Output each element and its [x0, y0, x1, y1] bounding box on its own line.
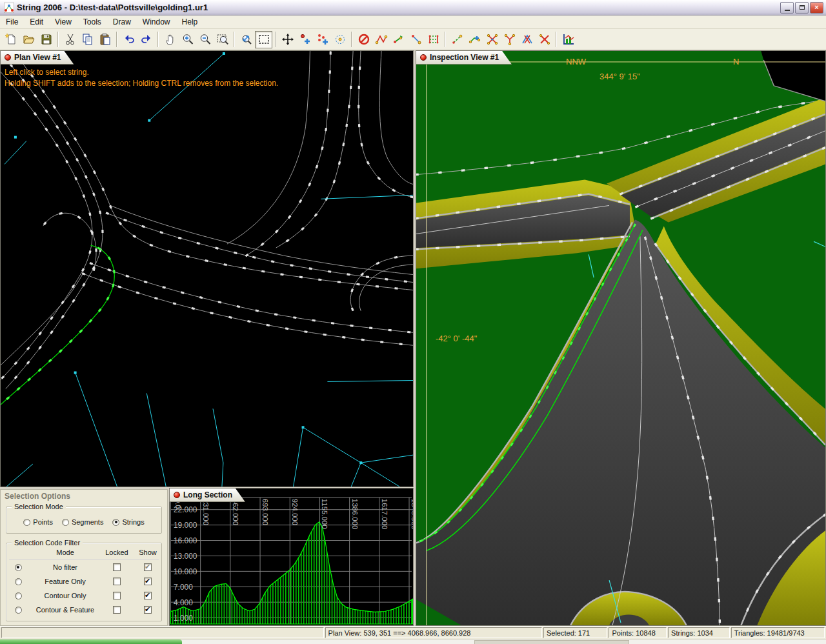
- save-file-button[interactable]: [37, 31, 55, 48]
- restore-button[interactable]: [795, 2, 809, 14]
- long-section-pane[interactable]: 1.0004.0007.00010.00013.00016.00019.0002…: [169, 488, 414, 626]
- show-checkbox-contour-only[interactable]: [144, 592, 152, 599]
- show-checkbox-no-filter[interactable]: [144, 563, 152, 571]
- y-tick-label: 1.000: [174, 614, 193, 623]
- radio-points[interactable]: [23, 519, 30, 526]
- menu-view[interactable]: View: [49, 16, 77, 28]
- filter-radio-contour-only[interactable]: [15, 592, 22, 599]
- menu-bar: FileEditViewToolsDrawWindowHelp: [0, 15, 826, 29]
- cross-strings-button[interactable]: [518, 31, 536, 48]
- toolbar-separator: [445, 32, 446, 47]
- locked-checkbox-contour-only[interactable]: [113, 592, 121, 599]
- new-file-button[interactable]: [3, 31, 20, 48]
- inspection-view-pane[interactable]: Inspection View #1 NNW N 344° 9' 15" -42…: [416, 50, 826, 626]
- radio-strings[interactable]: [112, 519, 119, 526]
- string-direction-button[interactable]: [390, 31, 407, 48]
- redo-button[interactable]: [137, 31, 155, 48]
- copy-button[interactable]: [79, 31, 96, 48]
- locked-checkbox-contour-feature[interactable]: [113, 606, 121, 614]
- plan-view-canvas[interactable]: [1, 51, 413, 487]
- selection-code-filter-group: Selection Code Filter Mode Locked Show N…: [6, 543, 162, 621]
- view-led-icon: [5, 54, 11, 61]
- cut-button[interactable]: [61, 31, 79, 48]
- locked-checkbox-feature-only[interactable]: [113, 578, 121, 585]
- y-tick-label: 16.000: [174, 536, 197, 545]
- no-snap-icon: [358, 33, 370, 46]
- mode-option-strings[interactable]: Strings: [112, 518, 144, 526]
- toolbar-separator: [556, 32, 557, 47]
- menu-tools[interactable]: Tools: [77, 16, 107, 28]
- radio-segments[interactable]: [62, 519, 69, 526]
- menu-file[interactable]: File: [0, 16, 24, 28]
- move-point-button[interactable]: [279, 31, 296, 48]
- menu-window[interactable]: Window: [137, 16, 176, 28]
- select-rectangle-button[interactable]: [255, 31, 272, 48]
- status-cell-1: Plan View: 539, 351 ==> 4068.966, 8660.9…: [325, 627, 542, 638]
- filter-radio-contour-feature[interactable]: [15, 607, 22, 614]
- open-file-button[interactable]: [20, 31, 37, 48]
- zoom-in-button[interactable]: [179, 31, 196, 48]
- string-zigzag-button[interactable]: [372, 31, 390, 48]
- filter-row-feature-only: Feature Only: [6, 574, 161, 589]
- delete-node-button[interactable]: [536, 31, 553, 48]
- selection-code-filter-label: Selection Code Filter: [12, 539, 83, 547]
- zoom-out-button[interactable]: [196, 31, 214, 48]
- x-tick-label: 231.000: [202, 499, 210, 525]
- minimize-button[interactable]: [780, 2, 794, 14]
- inspection-view-tab[interactable]: Inspection View #1: [416, 51, 512, 65]
- inspection-view-canvas[interactable]: [416, 51, 825, 625]
- string-segment-button[interactable]: [407, 31, 425, 48]
- close-button[interactable]: ×: [810, 2, 823, 14]
- y-tick-label: 13.000: [174, 552, 197, 561]
- x-tick-label: 924.000: [291, 499, 299, 525]
- insert-vertex-button[interactable]: [466, 31, 483, 48]
- long-section-tab[interactable]: Long Section: [170, 488, 245, 502]
- x-tick-label: 1848.000: [410, 499, 413, 529]
- locked-checkbox-no-filter[interactable]: [113, 563, 121, 571]
- undo-button[interactable]: [120, 31, 137, 48]
- parallel-strings-button[interactable]: [425, 31, 442, 48]
- paste-icon: [99, 33, 112, 46]
- close-icon: ×: [814, 4, 818, 11]
- add-points-button[interactable]: [314, 31, 331, 48]
- new-file-icon: [5, 33, 18, 46]
- add-point-button[interactable]: [296, 31, 314, 48]
- intersect-strings-button[interactable]: [483, 31, 501, 48]
- mode-option-points[interactable]: Points: [23, 518, 53, 526]
- mode-option-segments[interactable]: Segments: [62, 518, 104, 526]
- measure-line-button[interactable]: [448, 31, 466, 48]
- split-string-button[interactable]: [501, 31, 518, 48]
- plan-view-tab[interactable]: Plan View #1: [1, 51, 74, 65]
- zoom-extents-button[interactable]: [237, 31, 255, 48]
- start-button[interactable]: [0, 639, 182, 644]
- long-section-chart[interactable]: 1.0004.0007.00010.00013.00016.00019.0002…: [170, 488, 413, 625]
- show-checkbox-contour-feature[interactable]: [144, 606, 152, 614]
- menu-edit[interactable]: Edit: [24, 16, 49, 28]
- app-window: String 2006 - D:\test-data\Pottsville\go…: [0, 0, 826, 644]
- plan-view-pane[interactable]: Plan View #1 Left click to select string…: [0, 50, 414, 487]
- x-tick-label: 462.000: [232, 499, 239, 525]
- long-section-title: Long Section: [183, 490, 232, 499]
- plan-hint-text: Left click to select string.Holding SHIF…: [5, 67, 278, 89]
- zoom-extents-icon: [240, 33, 253, 46]
- filter-radio-no-filter[interactable]: [15, 564, 22, 571]
- menu-draw[interactable]: Draw: [107, 16, 137, 28]
- title-bar[interactable]: String 2006 - D:\test-data\Pottsville\go…: [0, 0, 826, 15]
- paste-button[interactable]: [96, 31, 114, 48]
- column-locked: Locked: [101, 548, 133, 556]
- taskbar-button[interactable]: [474, 640, 629, 644]
- selection-mode-options: PointsSegmentsStrings: [6, 507, 161, 533]
- no-snap-button[interactable]: [355, 31, 372, 48]
- select-points-circle-button[interactable]: [331, 31, 348, 48]
- mode-option-label: Strings: [122, 518, 144, 526]
- filter-radio-feature-only[interactable]: [15, 578, 22, 585]
- section-chart-button[interactable]: [559, 31, 577, 48]
- window-title: String 2006 - D:\test-data\Pottsville\go…: [17, 3, 779, 12]
- menu-help[interactable]: Help: [176, 16, 204, 28]
- status-bar: Plan View: 539, 351 ==> 4068.966, 8660.9…: [0, 626, 826, 639]
- zoom-window-button[interactable]: [214, 31, 231, 48]
- add-point-icon: [299, 33, 312, 46]
- filter-label: Feature Only: [30, 578, 101, 585]
- pan-button[interactable]: [161, 31, 179, 48]
- show-checkbox-feature-only[interactable]: [144, 578, 152, 585]
